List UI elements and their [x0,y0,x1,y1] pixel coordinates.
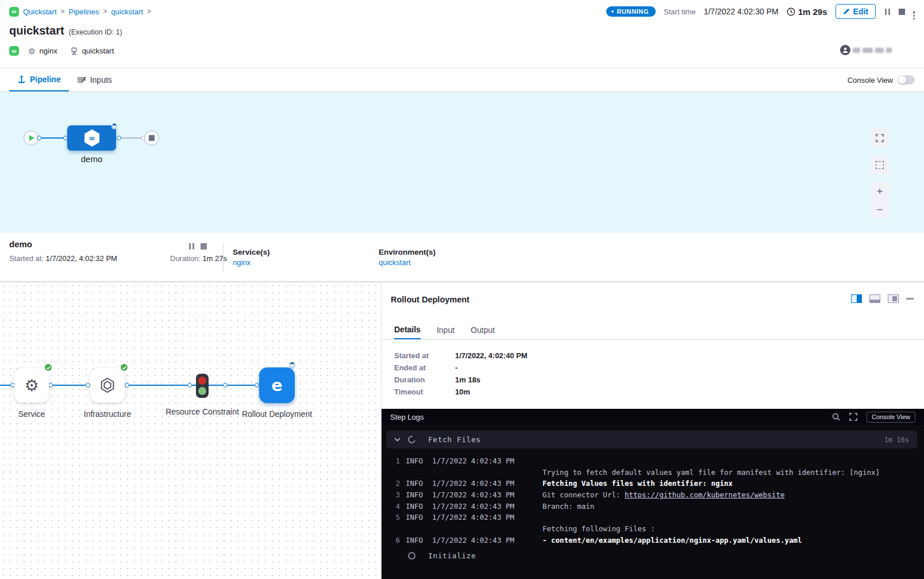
harness-pipeline-icon: ∞ [9,7,19,17]
edge-connector-dot [86,383,90,388]
edge-connector-dot [37,136,41,140]
section-running-spinner-icon [407,435,417,445]
log-line: 6INFO1/7/2022 4:02:43 PM- content/en/exa… [391,535,917,546]
step-label-service: Service [0,408,69,420]
pause-stage-button[interactable] [188,243,195,250]
environment-link[interactable]: quickstart [379,258,411,267]
stage-detail-bar: demo Started at: 1/7/2022, 4:02:32 PM Du… [0,233,924,282]
traffic-light-green-icon [198,387,206,395]
breadcrumb: ∞ Quickstart > Pipelines > quickstart > [9,7,151,17]
section-name: Initialize [428,551,476,560]
log-line: 3INFO1/7/2022 4:02:43 PM Git connector U… [391,489,917,501]
step-logs-header: Step Logs Console View [382,409,924,425]
minimize-panel-button[interactable] [906,298,914,300]
tab-pipeline[interactable]: Pipeline [9,68,69,91]
redacted-username [853,48,860,53]
step-label-resource-constraint: Resource Constraint [165,406,240,418]
detail-value: 1m 18s [455,375,528,384]
log-section-initialize[interactable]: Initialize [386,547,917,565]
environments-label: Environment(s) [379,248,436,256]
logs-fullscreen-icon[interactable] [849,413,857,421]
log-line: 4INFO1/7/2022 4:02:43 PMBranch: main [391,501,917,512]
more-options-button[interactable] [913,10,915,14]
breadcrumb-separator: > [147,7,151,16]
log-line: 5INFO1/7/2022 4:02:43 PM [391,512,917,523]
edge-connector-dot [117,136,121,140]
canvas-zoom-controls: + − [870,182,890,218]
pipeline-end-node[interactable] [144,131,159,145]
step-logs-title: Step Logs [390,413,424,421]
view-tabs: Pipeline Inputs Console View [0,68,924,92]
service-tag[interactable]: ⚙ nginx [25,47,61,56]
log-console: Fetch Files 1m 16s 1INFO1/7/2022 4:02:43… [382,425,924,579]
step-node-rollout-deployment[interactable]: e [259,367,295,403]
stop-stage-button[interactable] [201,243,207,250]
detail-label: Timeout [394,388,455,396]
section-duration: 1m 16s [884,436,909,444]
zoom-in-button[interactable]: + [870,182,890,200]
stop-pipeline-button[interactable] [899,9,905,15]
start-time-label: Start time [664,7,696,16]
layout-vertical-split-button[interactable] [851,294,862,303]
breadcrumb-separator: > [61,7,65,16]
step-node-service[interactable]: ⚙ [14,368,49,402]
breadcrumb-pipelines[interactable]: Pipelines [69,7,99,16]
environment-tag[interactable]: quickstart [67,47,118,55]
detail-value: 10m [455,388,528,396]
page-title: quickstart (Execution ID: 1) [9,24,122,37]
breadcrumb-pipeline-name[interactable]: quickstart [111,7,143,16]
log-line: Fetching following Files : [391,523,917,535]
search-icon[interactable] [832,413,840,421]
stop-icon [149,135,155,141]
user-avatar [840,45,850,55]
section-name: Fetch Files [428,435,481,444]
canvas-select-button[interactable] [870,155,890,175]
tags-row: ∞ ⚙ nginx quickstart [9,46,117,56]
infrastructure-icon [99,377,116,394]
inputs-icon [77,76,86,84]
stage-node-demo[interactable]: ∞ [67,125,116,151]
edge-connector-dot [187,383,192,388]
step-details-table: Started at1/7/2022, 4:02:40 PM Ended at-… [394,351,528,396]
console-view-toggle[interactable] [898,75,915,85]
tab-details[interactable]: Details [394,320,421,339]
detail-label: Started at [394,351,455,360]
step-node-resource-constraint[interactable] [196,374,209,398]
detail-value: - [455,363,528,372]
detail-label: Duration [394,375,455,384]
step-node-infrastructure[interactable] [90,368,125,402]
step-detail-panel: Rollout Deployment Details Input Output … [382,282,924,579]
breadcrumb-project[interactable]: Quickstart [23,7,57,16]
pause-pipeline-button[interactable] [884,9,891,15]
edit-button[interactable]: Edit [836,4,876,19]
marquee-icon [876,161,884,169]
step-graph-canvas[interactable]: ⚙ Service Infrastructure Resource Constr… [0,282,382,579]
start-time-value: 1/7/2022 4:02:30 PM [704,7,779,16]
console-view-label: Console View [848,76,893,85]
fullscreen-icon [876,134,884,142]
log-section-fetch-files[interactable]: Fetch Files 1m 16s [386,431,917,448]
zoom-out-button[interactable]: − [870,200,890,218]
tab-inputs[interactable]: Inputs [69,68,120,91]
pipeline-stage-canvas[interactable]: ∞ demo + − [0,92,924,233]
chevron-down-icon [394,438,401,442]
logs-console-view-button[interactable]: Console View [867,412,915,423]
tab-input[interactable]: Input [437,320,455,339]
stage-label: demo [67,154,116,164]
elapsed-time: 1m 29s [787,7,827,17]
top-bar: ∞ Quickstart > Pipelines > quickstart > … [0,0,924,23]
panel-title: Rollout Deployment [391,295,469,304]
layout-floating-button[interactable] [888,294,899,303]
success-check-icon [120,363,129,372]
edge-connector-dot [255,383,259,388]
log-line: 1INFO1/7/2022 4:02:43 PM [391,455,917,467]
redacted-username [875,48,884,53]
layout-horizontal-split-button[interactable] [869,294,880,303]
canvas-fullscreen-button[interactable] [870,128,890,148]
log-link[interactable]: https://github.com/kubernetes/website [625,490,784,499]
success-check-icon [44,363,53,372]
service-link[interactable]: nginx [233,258,251,267]
services-label: Service(s) [233,248,270,256]
log-line: 2INFO1/7/2022 4:02:43 PMFetching Values … [391,478,917,489]
tab-output[interactable]: Output [471,320,495,339]
